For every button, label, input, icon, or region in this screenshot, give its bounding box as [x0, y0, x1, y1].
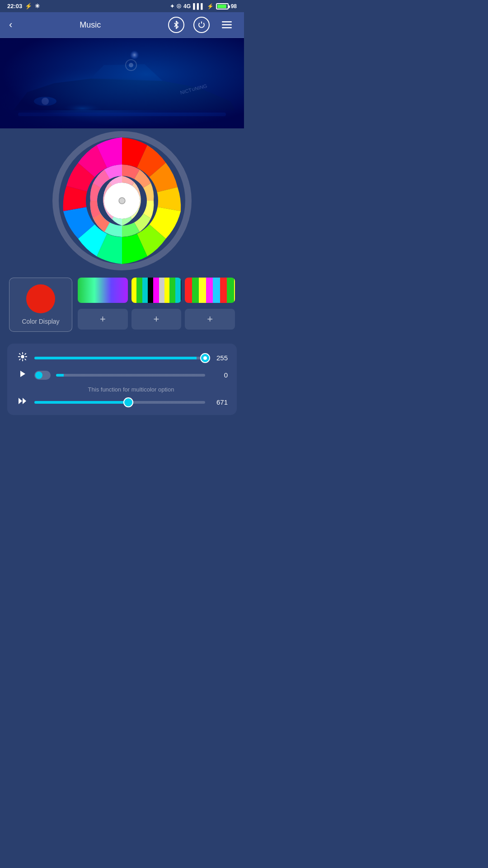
- status-bar: 22:03 ⚡ ✳ ✦ ⦾ 4G ▌▌▌ ⚡ 98: [0, 0, 244, 12]
- signal-icon: ✳: [35, 3, 40, 9]
- nav-icons: [168, 17, 235, 33]
- wheel-outer-ring: [52, 131, 192, 270]
- pattern-card-1[interactable]: [78, 278, 128, 303]
- speed2-slider-track[interactable]: [34, 401, 205, 404]
- top-nav: ‹ Music: [0, 12, 244, 38]
- brightness-row: 255: [16, 352, 228, 364]
- battery-indicator: [216, 3, 229, 9]
- color-patterns-grid: + + +: [78, 278, 235, 332]
- svg-rect-1: [222, 24, 232, 26]
- brightness-slider-track[interactable]: [34, 357, 205, 359]
- svg-marker-25: [19, 398, 22, 404]
- speed-row: 0: [16, 370, 228, 380]
- status-left: 22:03 ⚡ ✳: [7, 3, 40, 9]
- brightness-value: 255: [211, 354, 228, 362]
- color-wheel-container[interactable]: [59, 137, 185, 266]
- pattern-card-3[interactable]: [185, 278, 235, 303]
- speed-toggle[interactable]: [34, 371, 51, 380]
- add-pattern-button-2[interactable]: +: [131, 309, 182, 330]
- car-hero-image: NICT∪NING: [0, 38, 244, 128]
- speed-slider-track[interactable]: [56, 374, 205, 377]
- play-icon: [16, 370, 29, 380]
- bluetooth-status-icon: ✦: [170, 3, 174, 9]
- svg-point-15: [21, 355, 24, 358]
- svg-marker-24: [20, 371, 25, 377]
- svg-line-22: [25, 354, 26, 354]
- svg-rect-0: [222, 21, 232, 23]
- multicolor-hint: This function for multicolor option: [16, 386, 228, 393]
- bluetooth-button[interactable]: [168, 17, 184, 33]
- lte-icon: 4G: [183, 3, 191, 9]
- fast-forward-icon: [16, 397, 29, 407]
- speed2-row: 671: [16, 397, 228, 407]
- power-button[interactable]: [193, 17, 210, 33]
- wifi-icon: ⦾: [177, 3, 181, 9]
- status-time: 22:03: [7, 3, 22, 9]
- page-title: Music: [80, 20, 101, 30]
- selected-color-circle: [26, 284, 55, 313]
- back-button[interactable]: ‹: [9, 19, 12, 31]
- color-display-label: Color Display: [22, 318, 59, 325]
- add-pattern-button-1[interactable]: +: [78, 309, 128, 330]
- svg-line-21: [25, 359, 26, 360]
- color-display-card[interactable]: Color Display: [9, 278, 72, 332]
- speed-value: 0: [211, 371, 228, 379]
- sliders-section: 255 0 This function for multicolor optio…: [7, 344, 237, 415]
- color-wheel-section: [0, 128, 244, 270]
- usb-icon: ⚡: [25, 3, 32, 9]
- brightness-icon: [16, 352, 29, 364]
- svg-line-20: [19, 354, 20, 354]
- status-right: ✦ ⦾ 4G ▌▌▌ ⚡ 98: [170, 3, 237, 9]
- svg-marker-26: [23, 398, 26, 404]
- battery-level: 98: [231, 3, 237, 9]
- charging-icon: ⚡: [207, 3, 214, 9]
- presets-section: Color Display + + +: [0, 270, 244, 339]
- svg-rect-2: [222, 27, 232, 28]
- speed2-value: 671: [211, 398, 228, 406]
- menu-button[interactable]: [219, 17, 235, 33]
- add-pattern-button-3[interactable]: +: [185, 309, 235, 330]
- pattern-card-2[interactable]: [131, 278, 182, 303]
- svg-line-23: [19, 359, 20, 360]
- signal-bars-icon: ▌▌▌: [193, 3, 205, 9]
